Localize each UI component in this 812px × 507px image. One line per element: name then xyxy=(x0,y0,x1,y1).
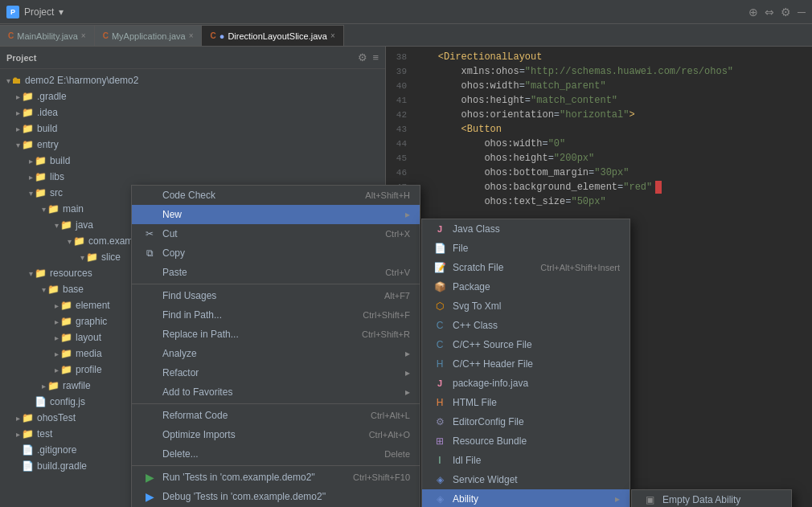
menu-item-delete[interactable]: Delete... Delete xyxy=(132,444,420,464)
submenu-item-java-class[interactable]: J Java Class xyxy=(422,219,630,239)
arrow-icon: ▸ xyxy=(55,333,59,342)
submenu-item-service-widget[interactable]: ◈ Service Widget xyxy=(422,470,630,489)
add-content-icon[interactable]: ⊕ xyxy=(748,6,758,18)
menu-item-paste[interactable]: Paste Ctrl+V xyxy=(132,263,420,282)
menu-item-cut[interactable]: Cut Ctrl+X xyxy=(132,224,420,243)
menu-label-optimize: Optimize Imports xyxy=(162,429,353,440)
menu-item-analyze[interactable]: Analyze ▸ xyxy=(132,344,420,363)
menu-item-replace-in-path[interactable]: Replace in Path... Ctrl+Shift+R xyxy=(132,325,420,344)
tree-item-demo2[interactable]: ▾ 🖿 demo2 E:\harmony\demo2 xyxy=(0,72,385,88)
tab-icon-dir: C xyxy=(210,31,215,40)
submenu-item-package-info[interactable]: J package-info.java xyxy=(422,374,630,393)
delete-icon xyxy=(141,446,158,462)
tree-label-main: main xyxy=(63,203,84,215)
html-icon: H xyxy=(432,395,448,411)
arrow-icon: ▾ xyxy=(55,221,59,230)
tab-close-dir[interactable]: × xyxy=(330,31,335,40)
arrow-icon: ▾ xyxy=(68,237,72,246)
folder-icon: 📁 xyxy=(22,428,34,440)
menu-item-find-in-path[interactable]: Find in Path... Ctrl+Shift+F xyxy=(132,305,420,325)
minimize-icon[interactable]: ─ xyxy=(798,6,806,18)
java-class-icon: J xyxy=(432,221,448,237)
submenu-item-html[interactable]: H HTML File xyxy=(422,393,630,412)
split-icon[interactable]: ⇔ xyxy=(765,6,774,18)
menu-item-find-usages[interactable]: Find Usages Alt+F7 xyxy=(132,286,420,305)
shortcut-paste: Ctrl+V xyxy=(385,268,410,277)
menu-item-optimize-imports[interactable]: Optimize Imports Ctrl+Alt+O xyxy=(132,425,420,444)
submenu-item-idl[interactable]: I Idl File xyxy=(422,451,630,470)
tree-label-test: test xyxy=(37,428,52,440)
context-menu[interactable]: Code Check Alt+Shift+H New ▸ J Java Clas… xyxy=(131,185,420,507)
tree-item-entry-build[interactable]: ▸ 📁 build xyxy=(0,153,385,169)
menu-item-run-tests[interactable]: ▶ Run 'Tests in 'com.example.demo2'' Ctr… xyxy=(132,468,420,487)
submenu-item-svg[interactable]: ⬡ Svg To Xml xyxy=(422,296,630,316)
folder-icon: 📁 xyxy=(60,364,72,375)
submenu-label-empty-data: Empty Data Ability xyxy=(662,494,740,505)
tree-item-idea[interactable]: ▸ 📁 .idea xyxy=(0,104,385,121)
menu-item-code-check[interactable]: Code Check Alt+Shift+H xyxy=(132,186,420,205)
code-line-46: 46 ohos:bottom_margin="30px" xyxy=(386,166,812,180)
line-num: 39 xyxy=(386,64,415,79)
submenu-item-editor-config[interactable]: ⚙ EditorConfig File xyxy=(422,412,630,431)
tree-label-element: element xyxy=(76,300,110,311)
code-line-44: 44 ohos:width="0" xyxy=(386,137,812,151)
refactor-arrow-icon: ▸ xyxy=(405,367,410,378)
new-submenu[interactable]: J Java Class 📄 File 📝 Scratch File Ctrl+… xyxy=(421,219,630,507)
folder-icon: 📁 xyxy=(47,380,59,391)
menu-item-refactor[interactable]: Refactor ▸ xyxy=(132,363,420,382)
line-content: ohos:height="match_content" xyxy=(415,93,617,108)
menu-item-add-favorites[interactable]: Add to Favorites ▸ xyxy=(132,382,420,402)
submenu-item-package[interactable]: 📦 Package xyxy=(422,277,630,296)
tab-direction-layout[interactable]: C ● DirectionLayoutSlice.java × xyxy=(202,25,343,46)
project-dropdown[interactable]: ▾ xyxy=(59,6,64,18)
file-icon: 📄 xyxy=(22,444,34,456)
editor-config-icon: ⚙ xyxy=(432,414,448,430)
tree-item-gradle[interactable]: ▸ 📁 .gradle xyxy=(0,88,385,104)
paste-icon xyxy=(141,264,158,280)
shortcut-reformat: Ctrl+Alt+L xyxy=(371,411,410,420)
menu-item-debug-tests[interactable]: ▶ Debug 'Tests in 'com.example.demo2'' xyxy=(132,487,420,506)
folder-icon: 📁 xyxy=(86,251,98,263)
arrow-icon: ▾ xyxy=(42,285,46,294)
sidebar-collapse-icon[interactable]: ≡ xyxy=(372,51,379,63)
menu-label-find-in-path: Find in Path... xyxy=(162,309,347,321)
arrow-icon: ▸ xyxy=(55,317,59,326)
submenu-item-cpp-header[interactable]: H C/C++ Header File xyxy=(422,354,630,374)
submenu-item-resource-bundle[interactable]: ⊞ Resource Bundle xyxy=(422,431,630,451)
arrow-icon: ▸ xyxy=(55,366,59,374)
sidebar-gear-icon[interactable]: ⚙ xyxy=(358,51,367,63)
folder-icon: 📁 xyxy=(60,300,72,311)
ability-submenu[interactable]: ▣ Empty Data Ability ▣ Empty Page Abilit… xyxy=(631,489,792,507)
tab-close-main[interactable]: × xyxy=(81,31,86,40)
menu-item-new[interactable]: New ▸ J Java Class 📄 File 📝 Scratch File… xyxy=(132,205,420,224)
code-line-39: 39 xmlns:ohos="http://schemas.huawei.com… xyxy=(386,64,812,79)
shortcut-run: Ctrl+Shift+F10 xyxy=(353,472,410,482)
tab-my-application[interactable]: C MyApplication.java × xyxy=(95,25,203,46)
tree-item-entry[interactable]: ▾ 📁 entry xyxy=(0,137,385,153)
submenu-item-scratch-file[interactable]: 📝 Scratch File Ctrl+Alt+Shift+Insert xyxy=(422,258,630,277)
submenu-item-cpp-class[interactable]: C C++ Class xyxy=(422,316,630,335)
replace-icon xyxy=(141,326,158,342)
submenu-item-empty-data[interactable]: ▣ Empty Data Ability xyxy=(632,490,791,507)
tab-icon-myapp: C xyxy=(103,31,109,40)
menu-label-paste: Paste xyxy=(162,267,369,278)
menu-item-copy[interactable]: Copy xyxy=(132,243,420,263)
submenu-item-cpp-source[interactable]: C C/C++ Source File xyxy=(422,335,630,354)
separator-2 xyxy=(132,403,420,404)
tab-close-myapp[interactable]: × xyxy=(189,31,194,40)
submenu-item-ability[interactable]: ◈ Ability ▸ ▣ Empty Data Ability ▣ Empty… xyxy=(422,489,630,507)
menu-item-reformat[interactable]: Reformat Code Ctrl+Alt+L xyxy=(132,406,420,425)
menu-label-cut: Cut xyxy=(162,228,369,239)
tree-label-configjs: config.js xyxy=(50,396,85,407)
submenu-item-file[interactable]: 📄 File xyxy=(422,239,630,258)
shortcut-delete: Delete xyxy=(384,449,410,459)
tree-item-build[interactable]: ▸ 📁 build xyxy=(0,121,385,137)
error-marker xyxy=(655,181,662,194)
settings-icon[interactable]: ⚙ xyxy=(781,6,791,18)
menu-label-debug-tests: Debug 'Tests in 'com.example.demo2'' xyxy=(162,491,410,502)
line-content: ohos:width="0" xyxy=(415,137,565,151)
tree-item-libs[interactable]: ▸ 📁 libs xyxy=(0,169,385,185)
tab-label-main: MainAbility.java xyxy=(17,31,78,41)
tab-main-ability[interactable]: C MainAbility.java × xyxy=(0,25,95,46)
cut-icon xyxy=(141,226,158,242)
